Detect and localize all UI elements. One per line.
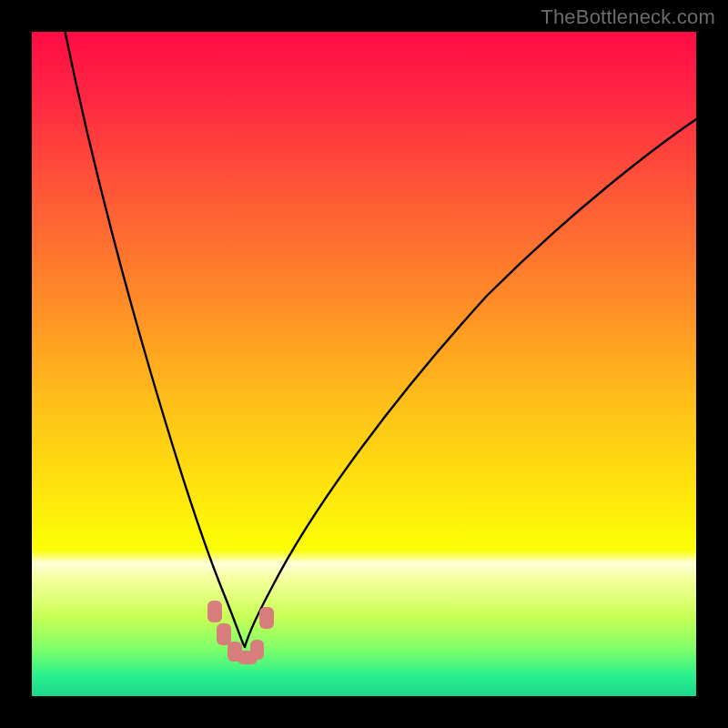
curve-path (66, 32, 697, 647)
chart-stage: TheBottleneck.com (0, 0, 728, 728)
data-marker (250, 640, 264, 660)
watermark-text: TheBottleneck.com (541, 5, 715, 29)
data-marker (259, 607, 274, 629)
data-marker (207, 601, 222, 622)
plot-area (32, 32, 696, 696)
bottleneck-curve (32, 32, 696, 696)
